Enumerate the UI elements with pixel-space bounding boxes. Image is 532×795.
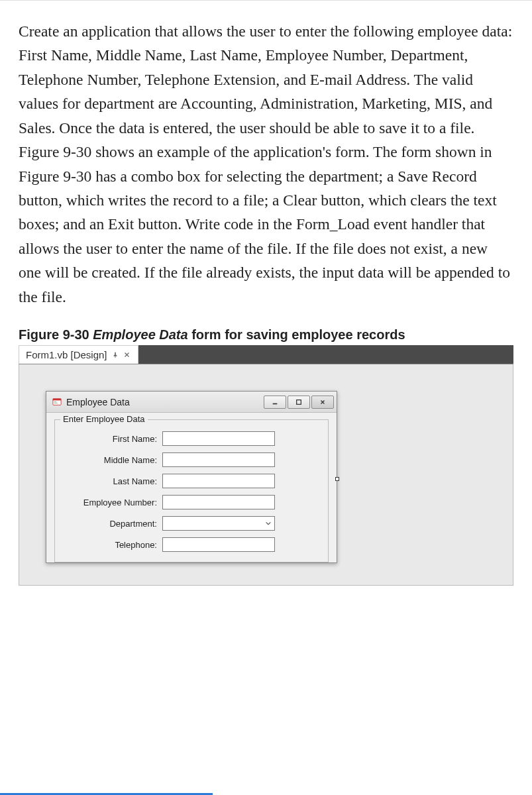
window-body: Enter Employee Data First Name: Middle N…	[46, 413, 337, 562]
employee-data-window: Employee Data Enter Employee Data	[46, 391, 337, 563]
close-button[interactable]	[311, 396, 334, 409]
figure-caption: Figure 9-30 Employee Data form for savin…	[19, 327, 513, 343]
svg-rect-5	[297, 399, 301, 404]
minimize-button[interactable]	[264, 396, 286, 409]
ide-tab-bar: Form1.vb [Design]	[19, 345, 513, 364]
figure-caption-suffix: form for saving employee records	[188, 327, 405, 342]
department-combo[interactable]	[162, 516, 275, 531]
svg-rect-3	[54, 402, 58, 403]
figure-caption-prefix: Figure 9-30	[19, 327, 93, 342]
groupbox-legend: Enter Employee Data	[60, 414, 148, 424]
last-name-input[interactable]	[162, 474, 275, 488]
enter-employee-data-group: Enter Employee Data First Name: Middle N…	[54, 419, 329, 562]
first-name-label: First Name:	[63, 434, 162, 444]
window-title: Employee Data	[66, 397, 264, 407]
maximize-button[interactable]	[288, 396, 310, 409]
middle-name-label: Middle Name:	[63, 455, 162, 465]
svg-rect-1	[53, 398, 61, 400]
middle-name-input[interactable]	[162, 452, 275, 467]
svg-rect-2	[54, 401, 57, 402]
window-titlebar: Employee Data	[46, 392, 337, 413]
figure-caption-italic: Employee Data	[93, 327, 187, 342]
telephone-input[interactable]	[162, 537, 275, 552]
telephone-label: Telephone:	[63, 540, 162, 550]
first-name-input[interactable]	[162, 431, 275, 446]
tab-label: Form1.vb [Design]	[26, 349, 107, 360]
pin-icon[interactable]	[111, 351, 119, 359]
app-icon	[52, 397, 62, 407]
svg-rect-4	[273, 403, 278, 404]
window-buttons	[264, 396, 334, 409]
employee-number-label: Employee Number:	[63, 498, 162, 507]
tab-form-design[interactable]: Form1.vb [Design]	[19, 345, 138, 364]
resize-handle-right[interactable]	[335, 477, 339, 481]
last-name-label: Last Name:	[63, 476, 162, 486]
close-icon[interactable]	[123, 351, 131, 359]
employee-number-input[interactable]	[162, 495, 275, 509]
problem-statement: Create an application that allows the us…	[19, 19, 513, 309]
tab-bar-filler	[138, 345, 513, 364]
designer-surface: Employee Data Enter Employee Data	[19, 364, 513, 586]
chevron-down-icon	[264, 519, 272, 527]
department-label: Department:	[63, 519, 162, 529]
